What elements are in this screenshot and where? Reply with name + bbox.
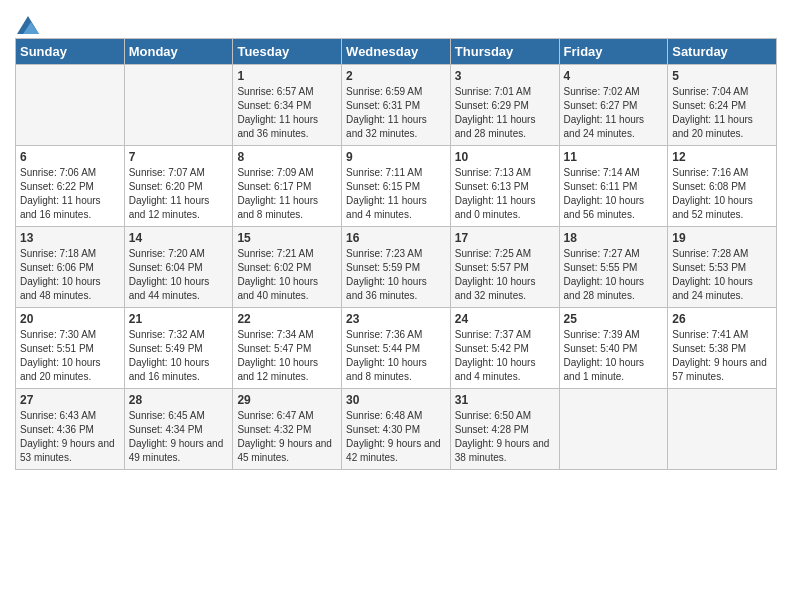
day-number: 6 bbox=[20, 150, 120, 164]
day-info: Sunrise: 7:11 AM Sunset: 6:15 PM Dayligh… bbox=[346, 166, 446, 222]
day-number: 8 bbox=[237, 150, 337, 164]
day-number: 23 bbox=[346, 312, 446, 326]
col-header-saturday: Saturday bbox=[668, 39, 777, 65]
calendar-cell bbox=[668, 389, 777, 470]
day-info: Sunrise: 6:59 AM Sunset: 6:31 PM Dayligh… bbox=[346, 85, 446, 141]
calendar-week-row: 20Sunrise: 7:30 AM Sunset: 5:51 PM Dayli… bbox=[16, 308, 777, 389]
calendar-cell: 12Sunrise: 7:16 AM Sunset: 6:08 PM Dayli… bbox=[668, 146, 777, 227]
day-info: Sunrise: 6:43 AM Sunset: 4:36 PM Dayligh… bbox=[20, 409, 120, 465]
calendar-cell: 10Sunrise: 7:13 AM Sunset: 6:13 PM Dayli… bbox=[450, 146, 559, 227]
calendar-cell: 29Sunrise: 6:47 AM Sunset: 4:32 PM Dayli… bbox=[233, 389, 342, 470]
calendar-header-row: SundayMondayTuesdayWednesdayThursdayFrid… bbox=[16, 39, 777, 65]
day-info: Sunrise: 7:21 AM Sunset: 6:02 PM Dayligh… bbox=[237, 247, 337, 303]
calendar-cell: 26Sunrise: 7:41 AM Sunset: 5:38 PM Dayli… bbox=[668, 308, 777, 389]
day-number: 5 bbox=[672, 69, 772, 83]
calendar-cell: 14Sunrise: 7:20 AM Sunset: 6:04 PM Dayli… bbox=[124, 227, 233, 308]
calendar-cell: 22Sunrise: 7:34 AM Sunset: 5:47 PM Dayli… bbox=[233, 308, 342, 389]
day-number: 26 bbox=[672, 312, 772, 326]
col-header-monday: Monday bbox=[124, 39, 233, 65]
day-number: 28 bbox=[129, 393, 229, 407]
calendar-cell: 20Sunrise: 7:30 AM Sunset: 5:51 PM Dayli… bbox=[16, 308, 125, 389]
day-info: Sunrise: 7:09 AM Sunset: 6:17 PM Dayligh… bbox=[237, 166, 337, 222]
day-number: 20 bbox=[20, 312, 120, 326]
day-number: 22 bbox=[237, 312, 337, 326]
day-info: Sunrise: 7:27 AM Sunset: 5:55 PM Dayligh… bbox=[564, 247, 664, 303]
day-info: Sunrise: 7:28 AM Sunset: 5:53 PM Dayligh… bbox=[672, 247, 772, 303]
calendar-cell: 15Sunrise: 7:21 AM Sunset: 6:02 PM Dayli… bbox=[233, 227, 342, 308]
day-number: 16 bbox=[346, 231, 446, 245]
calendar-cell: 28Sunrise: 6:45 AM Sunset: 4:34 PM Dayli… bbox=[124, 389, 233, 470]
calendar-cell: 4Sunrise: 7:02 AM Sunset: 6:27 PM Daylig… bbox=[559, 65, 668, 146]
calendar-cell: 31Sunrise: 6:50 AM Sunset: 4:28 PM Dayli… bbox=[450, 389, 559, 470]
day-info: Sunrise: 7:25 AM Sunset: 5:57 PM Dayligh… bbox=[455, 247, 555, 303]
day-info: Sunrise: 7:20 AM Sunset: 6:04 PM Dayligh… bbox=[129, 247, 229, 303]
calendar-cell: 2Sunrise: 6:59 AM Sunset: 6:31 PM Daylig… bbox=[342, 65, 451, 146]
calendar-week-row: 6Sunrise: 7:06 AM Sunset: 6:22 PM Daylig… bbox=[16, 146, 777, 227]
col-header-wednesday: Wednesday bbox=[342, 39, 451, 65]
calendar-cell bbox=[559, 389, 668, 470]
day-info: Sunrise: 6:48 AM Sunset: 4:30 PM Dayligh… bbox=[346, 409, 446, 465]
logo-icon bbox=[17, 16, 39, 34]
day-info: Sunrise: 7:39 AM Sunset: 5:40 PM Dayligh… bbox=[564, 328, 664, 384]
calendar-cell: 5Sunrise: 7:04 AM Sunset: 6:24 PM Daylig… bbox=[668, 65, 777, 146]
day-info: Sunrise: 6:50 AM Sunset: 4:28 PM Dayligh… bbox=[455, 409, 555, 465]
day-info: Sunrise: 7:06 AM Sunset: 6:22 PM Dayligh… bbox=[20, 166, 120, 222]
day-number: 3 bbox=[455, 69, 555, 83]
calendar-cell bbox=[124, 65, 233, 146]
calendar-cell: 23Sunrise: 7:36 AM Sunset: 5:44 PM Dayli… bbox=[342, 308, 451, 389]
page-header bbox=[15, 10, 777, 34]
day-number: 29 bbox=[237, 393, 337, 407]
day-number: 19 bbox=[672, 231, 772, 245]
calendar-cell: 16Sunrise: 7:23 AM Sunset: 5:59 PM Dayli… bbox=[342, 227, 451, 308]
calendar-cell: 18Sunrise: 7:27 AM Sunset: 5:55 PM Dayli… bbox=[559, 227, 668, 308]
calendar-cell: 7Sunrise: 7:07 AM Sunset: 6:20 PM Daylig… bbox=[124, 146, 233, 227]
calendar-cell: 9Sunrise: 7:11 AM Sunset: 6:15 PM Daylig… bbox=[342, 146, 451, 227]
day-info: Sunrise: 7:34 AM Sunset: 5:47 PM Dayligh… bbox=[237, 328, 337, 384]
day-number: 30 bbox=[346, 393, 446, 407]
calendar-cell: 25Sunrise: 7:39 AM Sunset: 5:40 PM Dayli… bbox=[559, 308, 668, 389]
day-number: 31 bbox=[455, 393, 555, 407]
day-number: 24 bbox=[455, 312, 555, 326]
calendar-cell: 21Sunrise: 7:32 AM Sunset: 5:49 PM Dayli… bbox=[124, 308, 233, 389]
calendar-cell bbox=[16, 65, 125, 146]
col-header-tuesday: Tuesday bbox=[233, 39, 342, 65]
calendar-week-row: 1Sunrise: 6:57 AM Sunset: 6:34 PM Daylig… bbox=[16, 65, 777, 146]
day-number: 15 bbox=[237, 231, 337, 245]
day-info: Sunrise: 7:16 AM Sunset: 6:08 PM Dayligh… bbox=[672, 166, 772, 222]
col-header-thursday: Thursday bbox=[450, 39, 559, 65]
day-number: 17 bbox=[455, 231, 555, 245]
day-info: Sunrise: 7:14 AM Sunset: 6:11 PM Dayligh… bbox=[564, 166, 664, 222]
calendar-cell: 13Sunrise: 7:18 AM Sunset: 6:06 PM Dayli… bbox=[16, 227, 125, 308]
day-info: Sunrise: 7:30 AM Sunset: 5:51 PM Dayligh… bbox=[20, 328, 120, 384]
calendar-week-row: 27Sunrise: 6:43 AM Sunset: 4:36 PM Dayli… bbox=[16, 389, 777, 470]
day-info: Sunrise: 7:13 AM Sunset: 6:13 PM Dayligh… bbox=[455, 166, 555, 222]
day-number: 1 bbox=[237, 69, 337, 83]
calendar-cell: 19Sunrise: 7:28 AM Sunset: 5:53 PM Dayli… bbox=[668, 227, 777, 308]
day-info: Sunrise: 7:32 AM Sunset: 5:49 PM Dayligh… bbox=[129, 328, 229, 384]
day-info: Sunrise: 7:07 AM Sunset: 6:20 PM Dayligh… bbox=[129, 166, 229, 222]
day-number: 7 bbox=[129, 150, 229, 164]
day-info: Sunrise: 7:02 AM Sunset: 6:27 PM Dayligh… bbox=[564, 85, 664, 141]
day-number: 13 bbox=[20, 231, 120, 245]
day-info: Sunrise: 6:45 AM Sunset: 4:34 PM Dayligh… bbox=[129, 409, 229, 465]
day-info: Sunrise: 6:57 AM Sunset: 6:34 PM Dayligh… bbox=[237, 85, 337, 141]
calendar-cell: 17Sunrise: 7:25 AM Sunset: 5:57 PM Dayli… bbox=[450, 227, 559, 308]
col-header-sunday: Sunday bbox=[16, 39, 125, 65]
calendar-cell: 11Sunrise: 7:14 AM Sunset: 6:11 PM Dayli… bbox=[559, 146, 668, 227]
day-number: 14 bbox=[129, 231, 229, 245]
day-number: 18 bbox=[564, 231, 664, 245]
day-info: Sunrise: 7:01 AM Sunset: 6:29 PM Dayligh… bbox=[455, 85, 555, 141]
calendar-cell: 1Sunrise: 6:57 AM Sunset: 6:34 PM Daylig… bbox=[233, 65, 342, 146]
day-number: 21 bbox=[129, 312, 229, 326]
logo bbox=[15, 10, 39, 34]
calendar-cell: 27Sunrise: 6:43 AM Sunset: 4:36 PM Dayli… bbox=[16, 389, 125, 470]
day-number: 2 bbox=[346, 69, 446, 83]
calendar-week-row: 13Sunrise: 7:18 AM Sunset: 6:06 PM Dayli… bbox=[16, 227, 777, 308]
day-number: 12 bbox=[672, 150, 772, 164]
day-number: 25 bbox=[564, 312, 664, 326]
day-number: 10 bbox=[455, 150, 555, 164]
day-info: Sunrise: 7:23 AM Sunset: 5:59 PM Dayligh… bbox=[346, 247, 446, 303]
col-header-friday: Friday bbox=[559, 39, 668, 65]
calendar-cell: 24Sunrise: 7:37 AM Sunset: 5:42 PM Dayli… bbox=[450, 308, 559, 389]
day-number: 11 bbox=[564, 150, 664, 164]
